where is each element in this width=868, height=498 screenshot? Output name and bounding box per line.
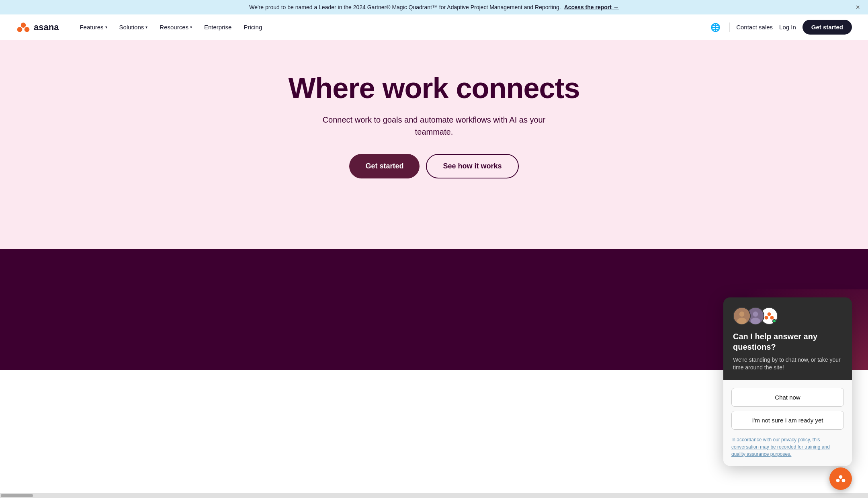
svg-point-5 (737, 318, 747, 324)
chat-avatars (733, 307, 842, 325)
hero-see-how-button[interactable]: See how it works (426, 154, 518, 178)
nav-solutions[interactable]: Solutions ▾ (115, 20, 153, 34)
hero-title: Where work connects (8, 72, 860, 104)
asana-logo-icon (16, 20, 31, 35)
svg-point-8 (751, 318, 760, 324)
nav-resources[interactable]: Resources ▾ (155, 20, 197, 34)
nav-right: 🌐 Contact sales Log In Get started (708, 20, 852, 35)
online-indicator (772, 319, 776, 323)
chat-widget-subtitle: We're standing by to chat now, or take y… (733, 356, 842, 370)
chat-widget-title: Can I help answer any questions? (733, 331, 842, 352)
navbar: asana Features ▾ Solutions ▾ Resources ▾… (0, 14, 868, 40)
announcement-banner: We're proud to be named a Leader in the … (0, 0, 868, 14)
chat-widget: Can I help answer any questions? We're s… (723, 297, 852, 370)
hero-get-started-button[interactable]: Get started (349, 154, 420, 178)
avatar-1-icon (734, 307, 750, 325)
svg-point-10 (765, 316, 768, 320)
banner-text: We're proud to be named a Leader in the … (249, 4, 561, 10)
svg-point-2 (25, 27, 30, 32)
nav-links: Features ▾ Solutions ▾ Resources ▾ Enter… (75, 20, 708, 34)
hero-subtitle: Connect work to goals and automate workf… (313, 114, 555, 138)
svg-point-0 (21, 23, 26, 28)
avatar-person-1 (733, 307, 751, 325)
logo-text: asana (34, 22, 59, 33)
chevron-down-icon: ▾ (105, 25, 107, 29)
svg-point-9 (768, 312, 771, 316)
chevron-down-icon: ▾ (190, 25, 192, 29)
hero-buttons: Get started See how it works (8, 154, 860, 178)
logo[interactable]: asana (16, 20, 59, 35)
nav-features[interactable]: Features ▾ (75, 20, 112, 34)
banner-link[interactable]: Access the report → (564, 4, 619, 10)
chevron-down-icon: ▾ (145, 25, 147, 29)
svg-point-7 (753, 312, 758, 317)
chat-header: Can I help answer any questions? We're s… (723, 297, 852, 370)
svg-point-11 (770, 316, 774, 320)
contact-sales-link[interactable]: Contact sales (736, 24, 773, 31)
nav-pricing[interactable]: Pricing (239, 20, 267, 34)
hero-section: Where work connects Connect work to goal… (0, 40, 868, 249)
svg-point-4 (739, 312, 745, 317)
nav-enterprise[interactable]: Enterprise (199, 20, 236, 34)
login-button[interactable]: Log In (779, 24, 796, 31)
get-started-nav-button[interactable]: Get started (802, 20, 852, 35)
language-selector-button[interactable]: 🌐 (708, 20, 723, 35)
banner-close-button[interactable]: × (856, 3, 860, 12)
svg-point-1 (17, 27, 23, 32)
